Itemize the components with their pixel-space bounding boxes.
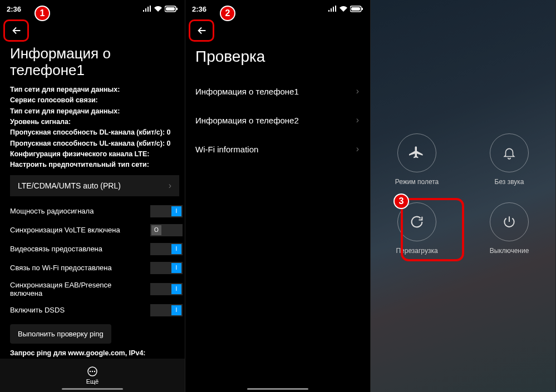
ping-button[interactable]: Выполнить проверку ping	[10, 324, 111, 344]
toggle-label: Видеосвязь предоставлена	[10, 245, 102, 253]
info-line: Тип сети для передачи данных:	[10, 106, 175, 117]
page-title: Проверка	[185, 43, 370, 77]
radio-power-toggle[interactable]: I	[150, 205, 183, 217]
back-row: 1	[0, 18, 185, 43]
poweroff-button[interactable]: Выключение	[490, 202, 529, 255]
svg-point-4	[90, 371, 91, 372]
chevron-right-icon: ›	[356, 115, 359, 125]
toggle-label: Включить DSDS	[10, 306, 65, 314]
step-badge-3: 3	[393, 193, 409, 209]
list-label: Информация о телефоне2	[195, 116, 299, 125]
bell-icon	[502, 146, 516, 160]
network-type-dropdown[interactable]: LTE/CDMA/UMTS auto (PRL) ›	[10, 175, 179, 196]
highlight-2	[189, 19, 214, 42]
silent-label: Без звука	[495, 178, 524, 186]
chevron-right-icon: ›	[356, 144, 359, 154]
airplane-label: Режим полета	[395, 178, 439, 186]
toggle-row: Включить DSDSI	[0, 301, 185, 320]
silent-mode-button[interactable]: Без звука	[490, 133, 529, 186]
info-line: Уровень сигнала:	[10, 117, 175, 127]
wifi-calling-toggle[interactable]: I	[150, 262, 183, 274]
ping-line: Запрос ping для www.google.com, IPv4:	[10, 348, 175, 359]
wifi-icon	[154, 6, 163, 12]
list-label: Wi-Fi information	[195, 145, 258, 154]
nav-pill	[247, 388, 308, 390]
phone-screen-2: 2:36 2 Проверка Информация о телефоне1› …	[185, 0, 371, 392]
dsds-toggle[interactable]: I	[150, 304, 183, 316]
statusbar-time: 2:36	[192, 5, 206, 13]
svg-point-5	[92, 371, 93, 372]
wifi-icon	[339, 6, 348, 12]
toggle-label: Мощность радиосигнала	[10, 207, 94, 215]
toggle-label: Синхронизация EAB/Presenceвключена	[10, 281, 111, 297]
chevron-right-icon: ›	[169, 181, 171, 191]
nav-pill	[62, 388, 123, 390]
phone-screen-1: 2:36 1 Информация о телефоне1 Тип сети д…	[0, 0, 185, 392]
list-item-wifi[interactable]: Wi-Fi information›	[185, 135, 370, 163]
toggle-row: Мощность радиосигналаI	[0, 202, 185, 221]
page-title: Информация о телефоне1	[0, 43, 185, 85]
eab-presence-toggle[interactable]: I	[150, 283, 183, 295]
info-line: Пропускная способность UL-канала (кбит/с…	[10, 138, 175, 149]
battery-icon	[165, 6, 178, 12]
svg-rect-2	[176, 8, 178, 10]
chevron-right-icon: ›	[356, 86, 359, 96]
statusbar: 2:36	[185, 0, 370, 18]
bottom-bar: Ещё	[0, 359, 185, 392]
svg-rect-9	[362, 8, 363, 10]
phone-info-block: Тип сети для передачи данных: Сервис гол…	[0, 85, 185, 171]
svg-rect-8	[351, 7, 360, 11]
volte-toggle[interactable]: O	[150, 224, 183, 236]
title-line1: Информация о	[10, 46, 175, 62]
svg-point-6	[94, 371, 95, 372]
toggle-row: Синхронизация VoLTE включенаO	[0, 221, 185, 240]
signal-icon	[328, 6, 337, 12]
more-label: Ещё	[86, 378, 99, 385]
signal-icon	[142, 6, 151, 12]
info-line: Сервис голосовой связи:	[10, 95, 175, 106]
statusbar-icons	[142, 6, 178, 12]
statusbar-time: 2:36	[7, 5, 21, 13]
highlight-3	[401, 198, 464, 261]
battery-icon	[350, 6, 363, 12]
list-item-phone2[interactable]: Информация о телефоне2›	[185, 106, 370, 135]
airplane-icon	[409, 145, 425, 161]
toggle-row: Видеосвязь предоставленаI	[0, 240, 185, 259]
back-row: 2	[185, 18, 370, 43]
info-line: Пропускная способность DL-канала (кбит/с…	[10, 127, 175, 138]
list-label: Информация о телефоне1	[195, 87, 299, 96]
statusbar: 2:36	[0, 0, 185, 18]
title-line2: телефоне1	[10, 62, 175, 79]
more-icon[interactable]	[87, 366, 98, 377]
toggle-label: Синхронизация VoLTE включена	[10, 226, 120, 234]
info-line: Конфигурация физического канала LTE:	[10, 149, 175, 160]
dropdown-value: LTE/CDMA/UMTS auto (PRL)	[18, 181, 121, 190]
toggle-label: Связь по Wi-Fi предоставлена	[10, 264, 112, 272]
toggle-row: Синхронизация EAB/PresenceвключенаI	[0, 277, 185, 301]
list-item-phone1[interactable]: Информация о телефоне1›	[185, 77, 370, 106]
step-badge-2: 2	[220, 6, 235, 21]
toggle-row: Связь по Wi-Fi предоставленаI	[0, 259, 185, 277]
airplane-mode-button[interactable]: Режим полета	[395, 133, 439, 186]
statusbar-icons	[328, 6, 363, 12]
poweroff-label: Выключение	[490, 247, 529, 255]
info-line: Тип сети для передачи данных:	[10, 85, 175, 95]
info-line: Настроить предпочтительный тип сети:	[10, 160, 175, 170]
power-icon	[502, 215, 516, 229]
video-call-toggle[interactable]: I	[150, 243, 183, 255]
highlight-1	[3, 19, 29, 42]
step-badge-1: 1	[35, 6, 50, 21]
svg-rect-1	[166, 7, 175, 11]
